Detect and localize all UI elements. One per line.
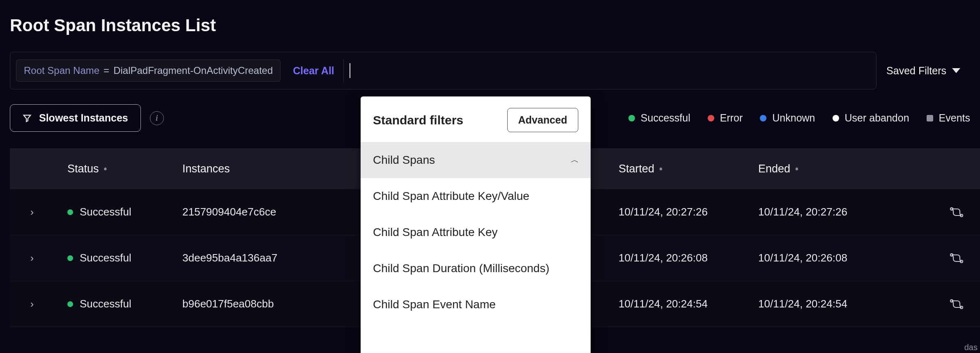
dropdown-item[interactable]: Child Span Attribute Key/Value: [361, 178, 591, 214]
dropdown-group-label: Child Spans: [373, 154, 435, 167]
status-cell: Successful: [67, 298, 182, 310]
filter-chip-key: Root Span Name: [24, 65, 99, 76]
page-title: Root Span Instances List: [0, 0, 980, 35]
trace-icon[interactable]: [950, 299, 964, 309]
legend-label: Unknown: [772, 112, 815, 124]
started-cell: 10/11/24, 20:27:26: [619, 206, 758, 218]
col-header-status[interactable]: Status ▲▼: [67, 163, 182, 175]
col-header-label: Started: [619, 163, 654, 175]
legend-unknown: Unknown: [760, 112, 815, 124]
trace-icon[interactable]: [950, 207, 964, 218]
filter-icon: [23, 114, 32, 123]
legend-dot-unknown: [760, 115, 766, 121]
legend-square-events: [927, 115, 933, 121]
status-text: Successful: [80, 252, 131, 264]
sort-icon: ▲▼: [103, 168, 108, 169]
slowest-instances-label: Slowest Instances: [39, 112, 128, 124]
filter-chip-operator: =: [104, 65, 109, 76]
status-dot-icon: [67, 255, 73, 261]
trace-icon[interactable]: [950, 253, 964, 264]
legend-error: Error: [708, 112, 743, 124]
info-icon[interactable]: i: [150, 111, 164, 125]
advanced-button[interactable]: Advanced: [507, 108, 578, 132]
dropdown-item[interactable]: Child Span Duration (Milliseconds): [361, 250, 591, 287]
dropdown-title: Standard filters: [373, 113, 463, 127]
status-dot-icon: [67, 301, 73, 307]
col-header-label: Ended: [758, 163, 790, 175]
ended-cell: 10/11/24, 20:27:26: [758, 206, 898, 218]
legend-user-abandon: User abandon: [833, 112, 909, 124]
legend-label: User abandon: [845, 112, 909, 124]
status-cell: Successful: [67, 252, 182, 264]
legend-label: Error: [720, 112, 743, 124]
status-legend: Successful Error Unknown User abandon Ev…: [628, 112, 970, 124]
filter-row: Root Span Name = DialPadFragment-OnActiv…: [10, 52, 970, 89]
expand-row-icon[interactable]: ›: [10, 298, 34, 309]
ended-cell: 10/11/24, 20:26:08: [758, 252, 898, 264]
legend-label: Successful: [641, 112, 690, 124]
col-header-label: Instances: [182, 163, 230, 175]
slowest-instances-button[interactable]: Slowest Instances: [10, 104, 141, 132]
legend-dot-successful: [628, 115, 635, 121]
status-dot-icon: [67, 209, 73, 215]
dropdown-group-child-spans[interactable]: Child Spans ﹀: [361, 142, 591, 178]
saved-filters-label: Saved Filters: [886, 65, 946, 77]
dropdown-item[interactable]: Child Span Attribute Key: [361, 214, 591, 250]
clear-all-button[interactable]: Clear All: [284, 59, 344, 83]
sort-icon: ▲▼: [658, 168, 663, 169]
bottom-right-text: das: [964, 343, 978, 352]
legend-dot-user-abandon: [833, 115, 839, 121]
status-text: Successful: [80, 298, 131, 310]
legend-events: Events: [927, 112, 970, 124]
col-header-label: Status: [67, 163, 99, 175]
filters-dropdown-panel: Standard filters Advanced Child Spans ﹀ …: [361, 96, 591, 353]
status-cell: Successful: [67, 206, 182, 218]
filter-bar[interactable]: Root Span Name = DialPadFragment-OnActiv…: [10, 52, 876, 89]
col-header-ended[interactable]: Ended ▲▼: [758, 163, 898, 175]
status-text: Successful: [80, 206, 131, 218]
saved-filters-dropdown[interactable]: Saved Filters: [886, 65, 970, 77]
expand-row-icon[interactable]: ›: [10, 252, 34, 264]
legend-label: Events: [939, 112, 970, 124]
dropdown-header: Standard filters Advanced: [361, 96, 591, 142]
ended-cell: 10/11/24, 20:24:54: [758, 298, 898, 310]
legend-successful: Successful: [628, 112, 690, 124]
started-cell: 10/11/24, 20:26:08: [619, 252, 758, 264]
sort-icon: ▲▼: [794, 168, 799, 169]
dropdown-item[interactable]: Child Span Event Name: [361, 287, 591, 323]
chevron-up-icon: ﹀: [570, 155, 578, 166]
filter-chip-root-span-name[interactable]: Root Span Name = DialPadFragment-OnActiv…: [16, 60, 281, 82]
col-header-started[interactable]: Started ▲▼: [619, 163, 758, 175]
filter-chip-value: DialPadFragment-OnActivityCreated: [113, 65, 273, 76]
started-cell: 10/11/24, 20:24:54: [619, 298, 758, 310]
expand-row-icon[interactable]: ›: [10, 206, 34, 218]
filter-input-caret[interactable]: [350, 63, 350, 78]
chevron-down-icon: [952, 68, 960, 73]
legend-dot-error: [708, 115, 714, 121]
